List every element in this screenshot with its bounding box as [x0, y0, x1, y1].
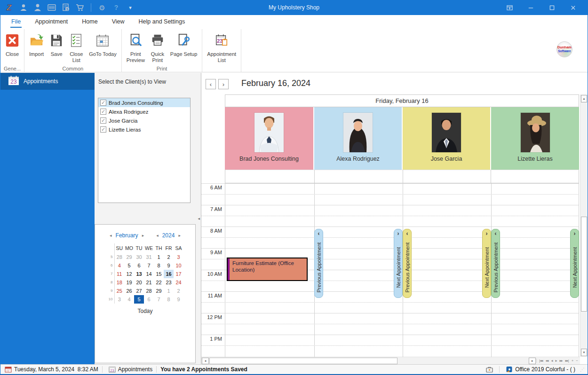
navigator-button[interactable]: ▸ [555, 359, 558, 363]
scroll-left-icon[interactable]: ◂ [202, 358, 209, 364]
scroll-right-icon[interactable]: ▸ [529, 358, 536, 364]
next-day-button[interactable]: › [218, 79, 229, 89]
time-row[interactable]: 11 AM [201, 291, 579, 313]
calendar-day-cell[interactable]: 7 [154, 295, 164, 304]
splitter-collapse-icon[interactable]: ◂ [198, 216, 200, 221]
calendar-day-cell[interactable]: 13 [134, 270, 144, 278]
previous-appointment-tab[interactable]: ‹Previous Appointment [491, 229, 500, 298]
calendar-day-cell[interactable]: 28 [114, 253, 124, 261]
tab-file[interactable]: File [4, 15, 28, 29]
next-appointment-tab[interactable]: ›Next Appointment [482, 229, 491, 298]
vertical-scrollbar[interactable]: ▲ ▼ [580, 94, 588, 357]
navigator-button[interactable]: − [575, 359, 579, 363]
time-row[interactable]: 8 AM [201, 227, 579, 248]
calendar-day-cell[interactable]: 1 [154, 253, 164, 261]
save-button[interactable]: Save [47, 31, 66, 57]
calendar-day-cell[interactable]: 5 [124, 261, 134, 270]
client-list-item[interactable]: ✓Brad Jones Consulting [98, 98, 190, 107]
calendar-day-cell[interactable]: 2 [174, 287, 183, 295]
calendar-day-cell[interactable]: 19 [124, 278, 134, 287]
calendar-day-cell[interactable]: 1 [164, 287, 174, 295]
calendar-day-cell[interactable]: 3 [174, 253, 183, 261]
calendar-day-cell[interactable]: 23 [164, 278, 174, 287]
resource-header-1[interactable]: Brad Jones Consulting [225, 107, 314, 170]
close-list-button[interactable]: Close List [66, 31, 86, 63]
client-checkbox[interactable]: ✓ [100, 100, 106, 106]
calendar-day-cell[interactable]: 18 [114, 278, 124, 287]
titlebar-settings-gear-icon[interactable]: ⚙ [97, 3, 107, 12]
titlebar-barcode-icon[interactable] [47, 3, 56, 12]
briefcase-icon[interactable] [486, 366, 493, 373]
client-list-item[interactable]: ✓Alexa Rodriguez [98, 107, 190, 116]
navigator-button[interactable]: |◂◂ [538, 359, 543, 363]
calendar-day-cell[interactable]: 27 [134, 287, 144, 295]
scroll-up-icon[interactable]: ▲ [581, 95, 587, 102]
titlebar-dropdown-caret-icon[interactable]: ▾ [126, 3, 135, 12]
titlebar-help-icon[interactable]: ? [111, 3, 121, 12]
close-button[interactable]: Close [2, 31, 22, 57]
titlebar-invoice-icon[interactable]: $ [61, 3, 71, 12]
previous-appointment-tab[interactable]: ‹Previous Appointment [403, 229, 412, 298]
import-button[interactable]: Import [26, 31, 47, 57]
vertical-scroll-thumb[interactable] [581, 217, 587, 312]
tab-help-and-settings[interactable]: Help and Settings [132, 15, 192, 29]
navigator-button[interactable]: + [571, 359, 574, 363]
allday-cell[interactable] [315, 170, 403, 183]
tab-view[interactable]: View [105, 15, 132, 29]
time-row[interactable]: 6 AM [201, 183, 579, 205]
calendar-day-cell[interactable]: 9 [174, 295, 183, 304]
prev-year-icon[interactable]: ◂ [155, 233, 159, 238]
calendar-day-cell[interactable]: 5 [134, 295, 144, 304]
horizontal-scrollbar[interactable]: ◂ ▸ |◂◂◂◂◂▸▸▸▸▸|+− [201, 357, 580, 364]
calendar-day-cell[interactable]: 29 [124, 253, 134, 261]
titlebar-cart-icon[interactable] [75, 3, 85, 12]
calendar-day-cell[interactable]: 3 [114, 295, 124, 304]
calendar-day-cell[interactable]: 9 [164, 261, 174, 270]
time-row[interactable]: 7 AM [201, 205, 579, 227]
calendar-day-cell[interactable]: 15 [154, 270, 164, 278]
month-label[interactable]: February [116, 232, 138, 239]
sidebar-item-appointments[interactable]: 23 Appointments [0, 73, 95, 90]
navigator-button[interactable]: ◂ [550, 359, 553, 363]
page-setup-button[interactable]: Page Setup [167, 31, 200, 57]
client-checkbox[interactable]: ✓ [100, 126, 106, 133]
calendar-day-cell[interactable]: 26 [124, 287, 134, 295]
calendar-day-cell[interactable]: 20 [134, 278, 144, 287]
minimize-button[interactable] [520, 0, 541, 15]
time-row[interactable]: 12 PM [201, 313, 579, 335]
calendar-day-cell[interactable]: 30 [134, 253, 144, 261]
prev-month-icon[interactable]: ◂ [109, 233, 113, 238]
appointment-list-button[interactable]: 23Appointment List [204, 31, 239, 63]
titlebar-client-icon[interactable] [19, 3, 28, 12]
client-list-item[interactable]: ✓Lizette Lieras [98, 125, 190, 134]
calendar-day-cell[interactable]: 4 [114, 261, 124, 270]
calendar-day-cell[interactable]: 24 [174, 278, 183, 287]
quick-print-button[interactable]: Quick Print [148, 31, 167, 63]
calendar-day-cell[interactable]: 25 [114, 287, 124, 295]
scroll-down-icon[interactable]: ▼ [581, 349, 587, 356]
calendar-day-cell[interactable]: 11 [114, 270, 124, 278]
calendar-day-cell[interactable]: 16 [164, 270, 174, 278]
titlebar-clients-icon[interactable] [33, 3, 42, 12]
navigator-button[interactable]: ◂◂ [544, 359, 549, 363]
horizontal-scroll-thumb[interactable] [209, 358, 397, 364]
calendar-day-cell[interactable]: 8 [164, 295, 174, 304]
maximize-button[interactable] [541, 0, 563, 15]
calendar-day-cell[interactable]: 6 [144, 295, 154, 304]
allday-cell[interactable] [491, 170, 579, 183]
allday-cell[interactable] [225, 170, 315, 183]
calendar-day-cell[interactable]: 6 [134, 261, 144, 270]
time-row[interactable]: 1 PM [201, 335, 579, 356]
previous-appointment-tab[interactable]: ‹Previous Appointment [314, 229, 323, 298]
calendar-day-cell[interactable]: 14 [144, 270, 154, 278]
calendar-day-cell[interactable]: 22 [154, 278, 164, 287]
calendar-day-cell[interactable]: 2 [164, 253, 174, 261]
print-preview-button[interactable]: Print Preview [124, 31, 148, 63]
calendar-day-cell[interactable]: 29 [154, 287, 164, 295]
tab-home[interactable]: Home [75, 15, 104, 29]
calendar-day-cell[interactable]: 28 [144, 287, 154, 295]
close-window-button[interactable] [563, 0, 584, 15]
calendar-day-cell[interactable]: 10 [174, 261, 183, 270]
resource-header-4[interactable]: Lizette Lieras [491, 107, 579, 170]
appointment-block[interactable]: Furniture Estimate (Office Location) [227, 258, 308, 281]
